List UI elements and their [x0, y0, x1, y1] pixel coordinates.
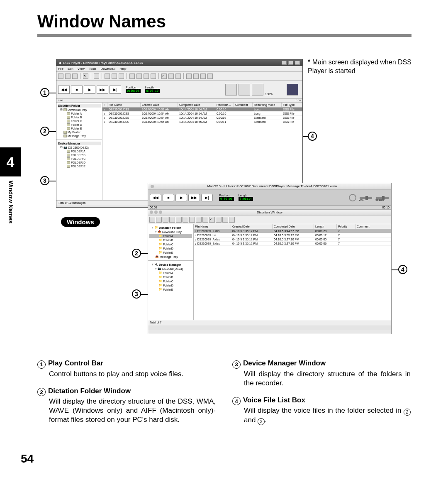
win-titlebar[interactable]: ◆ DSS Player - Download Tray\Folder A\DS…: [56, 59, 302, 66]
vcva-icon[interactable]: [252, 84, 263, 96]
list-row[interactable]: ♪ DS230002.DSS10/14/2004 10:54 AM10/14/2…: [102, 112, 302, 116]
scroll-bar[interactable]: [148, 325, 391, 330]
toolbar-icon[interactable]: [156, 217, 162, 223]
menu-help[interactable]: Help: [119, 67, 126, 71]
toolbar-icon[interactable]: [169, 217, 175, 223]
tree-folder[interactable]: 📁 FolderB: [149, 238, 192, 242]
toolbar-icon[interactable]: [129, 73, 135, 79]
device-folder[interactable]: FOLDER C: [58, 157, 101, 161]
device-folder[interactable]: 📁 FolderE: [149, 287, 192, 291]
menu-tools[interactable]: Tools: [89, 67, 97, 71]
tree-folder[interactable]: 📁 FolderE: [149, 250, 192, 255]
toolbar-icon[interactable]: [196, 217, 202, 223]
toolbar-icon[interactable]: [149, 217, 155, 223]
close-dot-icon[interactable]: [150, 211, 153, 214]
mac-window-title[interactable]: Dictation Window: [148, 210, 391, 216]
toolbar-icon[interactable]: [183, 217, 188, 223]
skip-button[interactable]: ▶|: [201, 194, 213, 201]
col-rectime[interactable]: Recordin…: [215, 103, 234, 107]
warning-icon[interactable]: [239, 84, 250, 96]
list-row[interactable]: ♪ DS210039~2.dss04.10.5 3:35:12 PM04.10.…: [194, 229, 391, 233]
device-folder[interactable]: FOLDER D: [58, 161, 101, 164]
play-button[interactable]: ▶: [84, 86, 95, 94]
list-row[interactable]: ♪ DS230004.DSS10/14/2004 10:55 AM10/14/2…: [102, 120, 302, 124]
device-folder[interactable]: 📁 FolderB: [149, 275, 192, 279]
close-dot-icon[interactable]: [151, 185, 154, 188]
device-folder[interactable]: FOLDER E: [58, 164, 101, 168]
tree-folder[interactable]: 📁 FolderC: [149, 242, 192, 246]
toolbar-icon[interactable]: [119, 73, 124, 79]
plus-icon[interactable]: [287, 84, 298, 96]
toolbar-icon[interactable]: [176, 217, 182, 223]
toolbar-icon[interactable]: [193, 73, 199, 79]
toolbar-icon[interactable]: [168, 73, 174, 79]
device-folder[interactable]: FOLDER A: [58, 149, 101, 153]
close-icon[interactable]: [295, 61, 300, 65]
menu-download[interactable]: Download: [101, 67, 116, 71]
toolbar-icon[interactable]: [222, 217, 228, 223]
zoom-dot-icon[interactable]: [159, 211, 162, 214]
list-row[interactable]: ♪ DS230003.DSS10/14/2004 10:54 AM10/14/2…: [102, 116, 302, 120]
list-row[interactable]: ♪ DS210039_A.dss04.10.5 3:35:12 PM04.10.…: [194, 238, 391, 242]
tree-root[interactable]: ▿ 📥 Download Tray: [149, 230, 192, 234]
forward-button[interactable]: ▶▶: [188, 194, 200, 201]
minimize-icon[interactable]: [282, 61, 287, 65]
toolbar-icon[interactable]: [207, 73, 213, 79]
toolbar-icon[interactable]: [189, 217, 195, 223]
device-folder[interactable]: 📁 FolderD: [149, 283, 192, 287]
toolbar-icon[interactable]: [163, 217, 168, 223]
tree-folder[interactable]: Folder E: [58, 127, 101, 130]
col-priority[interactable]: Priority: [337, 224, 355, 229]
toolbar-icon[interactable]: [94, 73, 99, 79]
device-folder[interactable]: 📁 FolderA: [149, 271, 192, 275]
tree-folder[interactable]: 📁 FolderA: [149, 234, 192, 238]
tree-folder[interactable]: My Folder: [58, 130, 101, 134]
col-filename[interactable]: File Name: [194, 224, 231, 229]
tree-folder[interactable]: Message Tray: [58, 134, 101, 138]
minimize-dot-icon[interactable]: [154, 211, 158, 214]
toolbar-icon[interactable]: [186, 73, 192, 79]
play-button[interactable]: ▶: [175, 194, 187, 201]
toolbar-icon[interactable]: [72, 73, 78, 79]
col-comment[interactable]: Comment: [234, 103, 253, 107]
stop-button[interactable]: ■: [163, 194, 174, 201]
tree-root[interactable]: ⊟ Download Tray: [58, 108, 101, 112]
forward-button[interactable]: ▶▶: [97, 86, 108, 94]
col-length[interactable]: Length: [314, 224, 337, 229]
toolbar-icon[interactable]: [112, 73, 117, 79]
check-icon[interactable]: ✓: [161, 73, 167, 79]
toolbar-icon[interactable]: [105, 73, 110, 79]
col-created[interactable]: Created Date: [141, 103, 178, 107]
col-completed[interactable]: Completed Date: [273, 224, 314, 229]
col-filename[interactable]: File Name: [107, 103, 141, 107]
delete-icon[interactable]: ✕: [83, 73, 88, 79]
toolbar-icon[interactable]: [202, 217, 208, 223]
tree-folder[interactable]: Folder C: [58, 119, 101, 123]
vol-slider[interactable]: VOL: [359, 197, 373, 201]
stop-button[interactable]: ■: [71, 86, 83, 94]
device-root[interactable]: ▿ 📷 DS-2300(DS23): [149, 267, 192, 271]
maximize-icon[interactable]: [288, 61, 293, 65]
tree-folder[interactable]: 📁 FolderD: [149, 246, 192, 250]
menu-edit[interactable]: Edit: [68, 67, 73, 71]
menu-view[interactable]: View: [78, 67, 85, 71]
toolbar-icon[interactable]: [65, 73, 71, 79]
col-recmode[interactable]: Recording mode: [253, 103, 282, 107]
list-row[interactable]: ♪ DS230001.DSS10/14/2004 10:53 AM10/14/2…: [102, 108, 302, 112]
device-folder[interactable]: FOLDER B: [58, 153, 101, 157]
mac-titlebar[interactable]: MacOS X-III:Users:db001097:Documents:DSS…: [148, 183, 391, 190]
dial-icon[interactable]: [349, 194, 356, 201]
toolbar-icon[interactable]: [175, 73, 181, 79]
toolbar-icon[interactable]: [216, 217, 222, 223]
toolbar-icon[interactable]: [58, 73, 63, 79]
tree-folder[interactable]: 📥 Message Tray: [149, 255, 192, 259]
device-root[interactable]: ⊟ 📷 DS-2300(DS23): [58, 145, 101, 149]
list-row[interactable]: ♪ DS210039_B.dss04.10.5 3:35:12 PM04.10.…: [194, 242, 391, 246]
toolbar-icon[interactable]: [151, 73, 156, 79]
skip-button[interactable]: ▶|: [110, 86, 121, 94]
list-row[interactable]: ♪ DS210039.dss04.10.5 3:35:12 PM04.10.5 …: [194, 233, 391, 238]
menu-file[interactable]: File: [58, 67, 63, 71]
toolbar-icon[interactable]: [200, 73, 206, 79]
speed-slider[interactable]: SPEED: [375, 197, 390, 201]
tree-folder[interactable]: Folder D: [58, 123, 101, 127]
